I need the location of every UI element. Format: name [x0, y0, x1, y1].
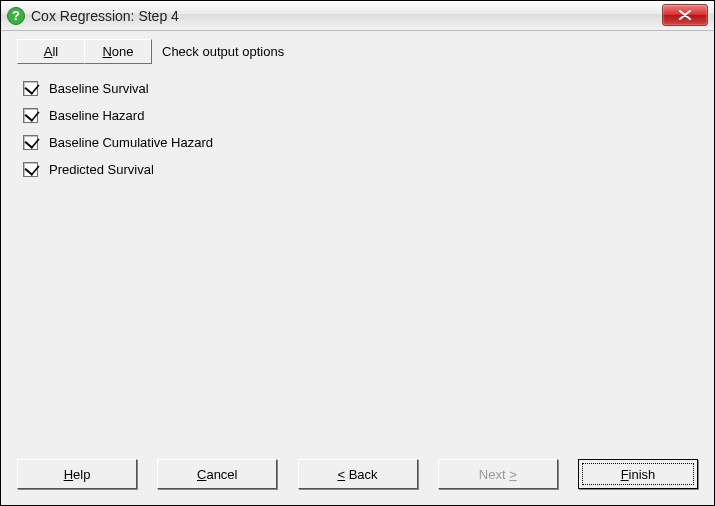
all-button[interactable]: All: [17, 39, 85, 64]
close-icon: [678, 10, 692, 20]
none-button[interactable]: None: [84, 39, 152, 64]
svg-text:?: ?: [12, 8, 20, 23]
option-checkbox-baseline-hazard[interactable]: [23, 108, 38, 123]
option-label: Predicted Survival: [49, 162, 154, 177]
option-row[interactable]: Baseline Cumulative Hazard: [19, 132, 698, 153]
option-label: Baseline Cumulative Hazard: [49, 135, 213, 150]
next-button[interactable]: Next >: [438, 459, 558, 489]
dialog-window: ? Cox Regression: Step 4 All None Check …: [0, 0, 715, 506]
option-label: Baseline Hazard: [49, 108, 144, 123]
toolbar-prompt: Check output options: [162, 44, 284, 59]
toolbar-row: All None Check output options: [17, 39, 698, 64]
option-list: Baseline Survival Baseline Hazard Baseli…: [19, 78, 698, 180]
window-title: Cox Regression: Step 4: [31, 8, 179, 24]
option-row[interactable]: Baseline Survival: [19, 78, 698, 99]
back-button[interactable]: < Back: [298, 459, 418, 489]
option-row[interactable]: Baseline Hazard: [19, 105, 698, 126]
close-button[interactable]: [662, 4, 708, 26]
option-row[interactable]: Predicted Survival: [19, 159, 698, 180]
button-row: Help Cancel < Back Next > Finish: [1, 449, 714, 505]
finish-button[interactable]: Finish: [578, 459, 698, 489]
help-button[interactable]: Help: [17, 459, 137, 489]
option-checkbox-baseline-cumulative-hazard[interactable]: [23, 135, 38, 150]
option-checkbox-predicted-survival[interactable]: [23, 162, 38, 177]
option-label: Baseline Survival: [49, 81, 149, 96]
titlebar: ? Cox Regression: Step 4: [1, 1, 714, 31]
option-checkbox-baseline-survival[interactable]: [23, 81, 38, 96]
dialog-content: All None Check output options Baseline S…: [1, 31, 714, 449]
cancel-button[interactable]: Cancel: [157, 459, 277, 489]
help-icon: ?: [7, 7, 25, 25]
